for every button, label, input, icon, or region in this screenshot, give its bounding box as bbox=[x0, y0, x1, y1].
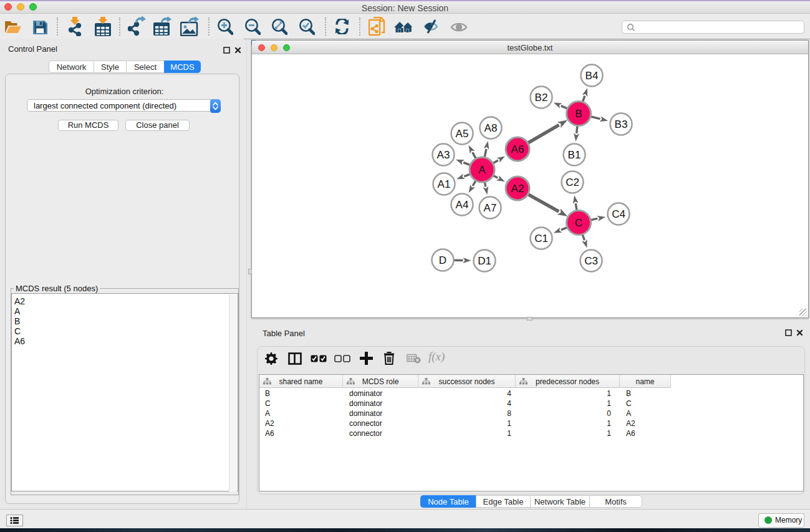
svg-text:A8: A8 bbox=[485, 122, 498, 134]
svg-text:A7: A7 bbox=[484, 202, 497, 214]
svg-text:A6: A6 bbox=[511, 143, 524, 155]
svg-text:B: B bbox=[575, 108, 582, 120]
svg-text:C4: C4 bbox=[612, 208, 625, 220]
svg-text:B3: B3 bbox=[615, 118, 628, 130]
svg-text:A5: A5 bbox=[456, 128, 469, 140]
svg-text:A: A bbox=[478, 164, 486, 176]
svg-text:C1: C1 bbox=[534, 233, 548, 244]
svg-text:C3: C3 bbox=[584, 255, 598, 267]
svg-text:D1: D1 bbox=[478, 255, 491, 267]
svg-text:B4: B4 bbox=[586, 70, 599, 82]
svg-text:B2: B2 bbox=[535, 92, 548, 104]
svg-text:A2: A2 bbox=[511, 183, 524, 195]
svg-text:B1: B1 bbox=[568, 149, 581, 161]
svg-text:C: C bbox=[575, 217, 582, 229]
svg-text:C2: C2 bbox=[566, 177, 579, 188]
svg-text:A1: A1 bbox=[438, 178, 451, 190]
svg-text:A4: A4 bbox=[456, 199, 469, 211]
svg-text:D: D bbox=[439, 254, 446, 266]
svg-text:A3: A3 bbox=[437, 149, 450, 161]
